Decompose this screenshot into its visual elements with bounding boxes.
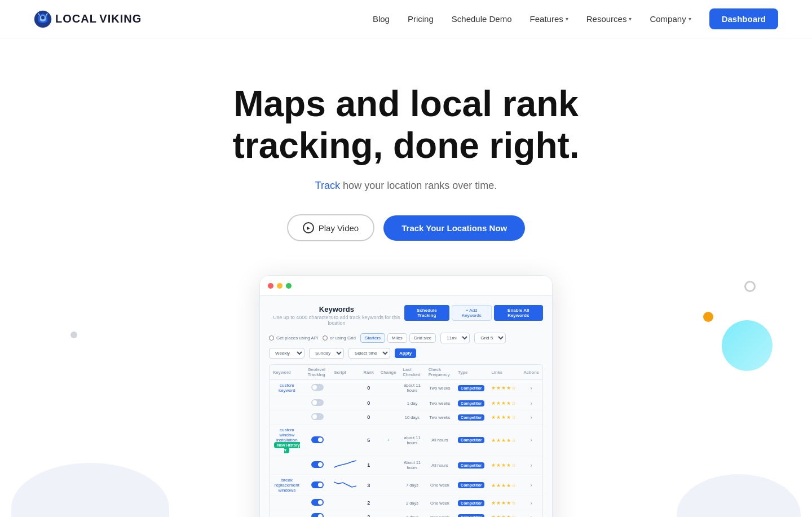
- table-row: custom keyword 0 about 11 hours Two week…: [270, 380, 542, 396]
- tracking-toggle[interactable]: [311, 513, 324, 517]
- app-table-wrapper: Keyword Geolevel Tracking Script Rank Ch…: [269, 364, 543, 517]
- filter-grid-size[interactable]: Grid size: [409, 333, 436, 343]
- frequency: Two weeks: [425, 380, 454, 396]
- tracking-toggle[interactable]: [311, 461, 324, 468]
- app-section-title: Keywords: [269, 305, 404, 313]
- tracking-toggle[interactable]: [311, 499, 324, 506]
- actions[interactable]: ›: [520, 396, 542, 410]
- star-rating: ★★★★☆: [491, 514, 517, 517]
- col-links: Links: [488, 365, 520, 380]
- keyword-link[interactable]: custom window installation: [276, 427, 298, 443]
- star-rating: ★★★★☆: [491, 400, 517, 406]
- mini-chart: [334, 459, 356, 470]
- tracking-toggle[interactable]: [311, 481, 324, 488]
- svg-point-1: [41, 15, 45, 19]
- star-rating: ★★★★☆: [491, 414, 517, 420]
- keyword-link[interactable]: custom keyword: [279, 383, 295, 393]
- app-section-sub: Use up to 4000 characters to add track k…: [269, 315, 404, 326]
- app-topbar: [260, 276, 552, 296]
- schedule-tracking-button[interactable]: Schedule Tracking: [404, 305, 449, 321]
- nav-pricing[interactable]: Pricing: [408, 14, 434, 24]
- tracking-toggle[interactable]: [311, 413, 324, 420]
- filter-radio-grid[interactable]: [323, 335, 328, 341]
- table-row: 2 2 days One week Competitor ★★★★☆ ›: [270, 496, 542, 510]
- filter-label-gm: or using Grid: [323, 335, 356, 341]
- star-rating: ★★★★☆: [491, 438, 517, 443]
- app-btn-group: Schedule Tracking + Add Keywords Enable …: [404, 305, 543, 321]
- rank-value: 2: [367, 514, 370, 517]
- track-locations-button[interactable]: Track Your Locations Now: [383, 215, 525, 241]
- filter-label-gp: Get places using API: [269, 335, 318, 341]
- frequency: One week: [425, 496, 454, 510]
- rank-value: 1: [367, 462, 370, 468]
- hero-section: Maps and local rank tracking, done right…: [0, 38, 812, 517]
- actions[interactable]: ›: [520, 380, 542, 396]
- actions[interactable]: ›: [520, 496, 542, 510]
- logo-icon: [34, 10, 52, 28]
- screenshot-wrapper: Keywords Use up to 4000 characters to ad…: [11, 275, 801, 517]
- keyword-link[interactable]: break replacement windows: [275, 478, 299, 493]
- actions[interactable]: ›: [520, 510, 542, 517]
- deco-dot-yellow: [703, 312, 713, 322]
- type-badge: Competitor: [458, 514, 484, 517]
- col-change: Change: [377, 365, 400, 380]
- nav-schedule-demo[interactable]: Schedule Demo: [452, 14, 512, 24]
- star-rating: ★★★★☆: [491, 500, 517, 506]
- filter-select-freq[interactable]: WeeklyMonthly: [269, 348, 304, 359]
- hero-buttons: ▶ Play Video Track Your Locations Now: [287, 214, 525, 241]
- hero-title: Maps and local rank tracking, done right…: [232, 83, 579, 166]
- app-body: Keywords Use up to 4000 characters to ad…: [260, 296, 552, 517]
- tracking-toggle[interactable]: [311, 436, 324, 443]
- frequency: One week: [425, 510, 454, 517]
- enable-all-button[interactable]: Enable All Keywords: [494, 305, 543, 321]
- col-frequency: Check Frequency: [425, 365, 454, 380]
- star-rating: ★★★★☆: [491, 483, 517, 488]
- col-actions: Actions: [520, 365, 542, 380]
- filter-select-time[interactable]: Select time: [348, 348, 390, 359]
- filter-select-day[interactable]: Sunday: [309, 348, 344, 359]
- nav-blog[interactable]: Blog: [373, 14, 390, 24]
- tracking-toggle[interactable]: [311, 399, 324, 406]
- tracking-toggle[interactable]: [311, 384, 324, 391]
- keywords-table: Keyword Geolevel Tracking Script Rank Ch…: [270, 365, 542, 517]
- filter-radio-place[interactable]: [269, 335, 274, 341]
- play-icon: ▶: [303, 222, 314, 233]
- actions[interactable]: ›: [520, 475, 542, 496]
- col-rank: Rank: [360, 365, 377, 380]
- play-video-button[interactable]: ▶ Play Video: [287, 214, 374, 241]
- frequency: One week: [425, 475, 454, 496]
- change-value: +: [377, 425, 400, 456]
- last-checked: 1 day: [399, 396, 425, 410]
- hero-subtitle: Track how your location ranks over time.: [315, 180, 497, 192]
- app-header-row: Keywords Use up to 4000 characters to ad…: [269, 305, 543, 326]
- chevron-down-icon: ▾: [566, 16, 568, 22]
- filter-miles[interactable]: Miles: [387, 333, 407, 343]
- deco-circle-teal: [722, 320, 773, 371]
- rank-value: 2: [367, 500, 370, 506]
- window-maximize-dot: [286, 283, 292, 289]
- col-geolevel: Geolevel Tracking: [304, 365, 331, 380]
- navbar: LOCAL VIKING Blog Pricing Schedule Demo …: [0, 0, 812, 38]
- nav-resources[interactable]: Resources ▾: [586, 14, 632, 24]
- add-keywords-button[interactable]: + Add Keywords: [452, 305, 492, 321]
- filter-select-interval[interactable]: 11mi5mi: [440, 333, 470, 343]
- table-row: 1 About 11 hours All hours Competitor ★★…: [270, 456, 542, 475]
- nav-links: Blog Pricing Schedule Demo Features ▾ Re…: [373, 8, 778, 29]
- actions[interactable]: ›: [520, 425, 542, 456]
- filter-apply-btn[interactable]: Apply: [395, 348, 416, 358]
- type-badge: Competitor: [458, 482, 484, 488]
- logo[interactable]: LOCAL VIKING: [34, 10, 142, 28]
- dashboard-button[interactable]: Dashboard: [709, 8, 778, 29]
- table-row: 0 1 day Two weeks Competitor ★★★★☆ ›: [270, 396, 542, 410]
- subtitle-track: Track: [315, 180, 343, 191]
- window-minimize-dot: [277, 283, 283, 289]
- last-checked: 2 days: [399, 496, 425, 510]
- nav-features[interactable]: Features ▾: [530, 14, 568, 24]
- filter-starters[interactable]: Starters: [360, 333, 385, 343]
- actions[interactable]: ›: [520, 410, 542, 425]
- col-type: Type: [454, 365, 488, 380]
- nav-company[interactable]: Company ▾: [650, 14, 691, 24]
- type-badge: Competitor: [458, 437, 484, 443]
- actions[interactable]: ›: [520, 456, 542, 475]
- filter-select-cycle[interactable]: Grid 5: [474, 333, 506, 343]
